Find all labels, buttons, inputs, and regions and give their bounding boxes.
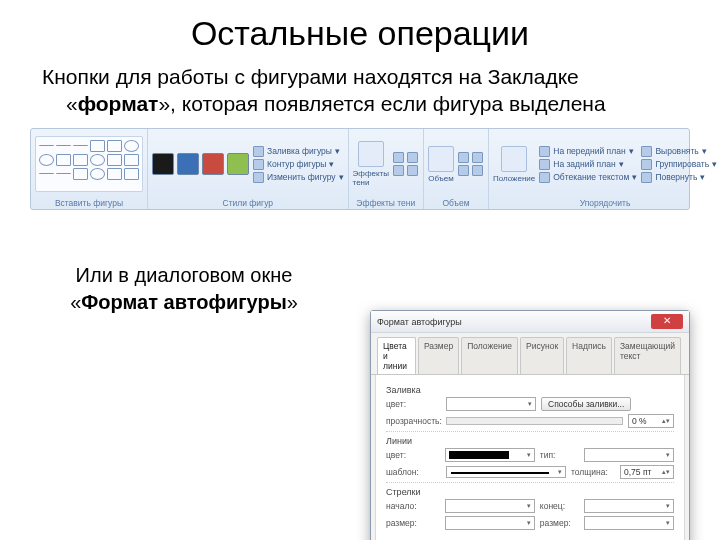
fill-color-select[interactable]: ▾ <box>446 397 536 411</box>
align-label: Выровнять <box>655 146 698 156</box>
label-pattern: шаблон: <box>386 467 441 477</box>
shapes-gallery[interactable] <box>35 136 143 192</box>
label-color: цвет: <box>386 399 441 409</box>
ribbon-label-arrange: Упорядочить <box>493 197 717 208</box>
shadow-label: Эффекты тени <box>353 169 389 187</box>
label-arrow-end-size: размер: <box>540 518 579 528</box>
swatch-4[interactable] <box>227 153 249 175</box>
front-label: На передний план <box>553 146 625 156</box>
label-arrow-begin-size: размер: <box>386 518 440 528</box>
swatch-2[interactable] <box>177 153 199 175</box>
wrap-icon <box>539 172 550 183</box>
swatch-1[interactable] <box>152 153 174 175</box>
line-type-select[interactable]: ▾ <box>584 448 674 462</box>
label-transparency: прозрачность: <box>386 416 441 426</box>
section-fill: Заливка <box>386 385 674 395</box>
3d-label: Объем <box>428 174 454 183</box>
tab-size[interactable]: Размер <box>418 337 459 374</box>
ribbon-label-styles: Стили фигур <box>152 197 344 208</box>
group-label: Группировать <box>655 159 709 169</box>
p1-post: », которая появляется если фигура выделе… <box>158 92 605 115</box>
align-icon <box>641 146 652 157</box>
arrow-begin-size-select[interactable]: ▾ <box>445 516 535 530</box>
send-back-icon <box>539 159 550 170</box>
align-button[interactable]: Выровнять ▾ <box>641 146 717 157</box>
close-button[interactable]: ✕ <box>651 314 683 329</box>
arrow-end-size-select[interactable]: ▾ <box>584 516 674 530</box>
section-arrows: Стрелки <box>386 487 674 497</box>
p2-bold: Формат автофигуры <box>81 291 286 313</box>
shape-outline-button[interactable]: Контур фигуры ▾ <box>253 159 344 170</box>
3d-effects-button[interactable]: Объем <box>428 146 454 183</box>
wrap-label: Обтекание текстом <box>553 172 629 182</box>
tab-colors-lines[interactable]: Цвета и линии <box>377 337 416 374</box>
rotate-button[interactable]: Повернуть ▾ <box>641 172 717 183</box>
section-lines: Линии <box>386 436 674 446</box>
slide-title: Остальные операции <box>30 14 690 53</box>
bring-front-button[interactable]: На передний план ▾ <box>539 146 637 157</box>
nudge-up-icon[interactable] <box>393 152 404 163</box>
p1-bold: формат <box>78 92 159 115</box>
tilt-right-icon[interactable] <box>472 152 483 163</box>
dialog-tabs: Цвета и линии Размер Положение Рисунок Н… <box>371 333 689 375</box>
tab-picture[interactable]: Рисунок <box>520 337 564 374</box>
dialog-title-text: Формат автофигуры <box>377 317 462 327</box>
position-label: Положение <box>493 174 535 183</box>
swatch-3[interactable] <box>202 153 224 175</box>
arrow-end-select[interactable]: ▾ <box>584 499 674 513</box>
line-pattern-select[interactable]: ▾ <box>446 466 566 478</box>
change-shape-button[interactable]: Изменить фигуру ▾ <box>253 172 344 183</box>
tab-position[interactable]: Положение <box>461 337 518 374</box>
ribbon-group-insert-shapes: Вставить фигуры <box>31 129 148 209</box>
label-line-type: тип: <box>540 450 579 460</box>
rotate-label: Повернуть <box>655 172 697 182</box>
transparency-value[interactable]: 0 %▴▾ <box>628 414 674 428</box>
ribbon-label-3d: Объем <box>428 197 484 208</box>
line-thickness-input[interactable]: 0,75 пт▴▾ <box>620 465 674 479</box>
nudge-right-icon[interactable] <box>407 152 418 163</box>
nudge-down-icon[interactable] <box>407 165 418 176</box>
text-wrap-button[interactable]: Обтекание текстом ▾ <box>539 172 637 183</box>
style-swatches[interactable] <box>152 153 249 175</box>
p2-post: » <box>287 291 298 313</box>
rotate-icon <box>641 172 652 183</box>
dialog-titlebar: Формат автофигуры ✕ <box>371 311 689 333</box>
position-button[interactable]: Положение <box>493 146 535 183</box>
label-line-color: цвет: <box>386 450 440 460</box>
ribbon-group-3d: Объем Объем <box>424 129 489 209</box>
transp-val-text: 0 % <box>632 416 647 426</box>
paragraph-1: Кнопки для работы с фигурами находятся н… <box>66 63 690 118</box>
label-arrow-end: конец: <box>540 501 579 511</box>
format-autoshape-dialog: Формат автофигуры ✕ Цвета и линии Размер… <box>370 310 690 540</box>
transparency-slider[interactable] <box>446 417 623 425</box>
back-label: На задний план <box>553 159 615 169</box>
pencil-icon <box>253 159 264 170</box>
group-icon <box>641 159 652 170</box>
cube-icon <box>428 146 454 172</box>
ribbon-format-tab: Вставить фигуры Заливка фигуры ▾ Контур … <box>30 128 690 210</box>
arrow-begin-select[interactable]: ▾ <box>445 499 535 513</box>
outline-label: Контур фигуры <box>267 159 326 169</box>
tab-textbox[interactable]: Надпись <box>566 337 612 374</box>
shadow-icon <box>358 141 384 167</box>
slide: Остальные операции Кнопки для работы с ф… <box>0 0 720 540</box>
tilt-left-icon[interactable] <box>458 165 469 176</box>
change-shape-icon <box>253 172 264 183</box>
label-arrow-begin: начало: <box>386 501 440 511</box>
fill-effects-button[interactable]: Способы заливки... <box>541 397 631 411</box>
shape-fill-button[interactable]: Заливка фигуры ▾ <box>253 146 344 157</box>
ribbon-label-insert: Вставить фигуры <box>35 197 143 208</box>
position-icon <box>501 146 527 172</box>
tilt-down-icon[interactable] <box>472 165 483 176</box>
bucket-icon <box>253 146 264 157</box>
change-label: Изменить фигуру <box>267 172 336 182</box>
shadow-effects-button[interactable]: Эффекты тени <box>353 141 389 187</box>
dialog-body: Заливка цвет: ▾ Способы заливки... прозр… <box>375 375 685 540</box>
tilt-up-icon[interactable] <box>458 152 469 163</box>
group-button[interactable]: Группировать ▾ <box>641 159 717 170</box>
tab-alttext[interactable]: Замещающий текст <box>614 337 681 374</box>
label-thickness: толщина: <box>571 467 615 477</box>
send-back-button[interactable]: На задний план ▾ <box>539 159 637 170</box>
line-color-select[interactable]: ▾ <box>445 448 535 462</box>
nudge-left-icon[interactable] <box>393 165 404 176</box>
